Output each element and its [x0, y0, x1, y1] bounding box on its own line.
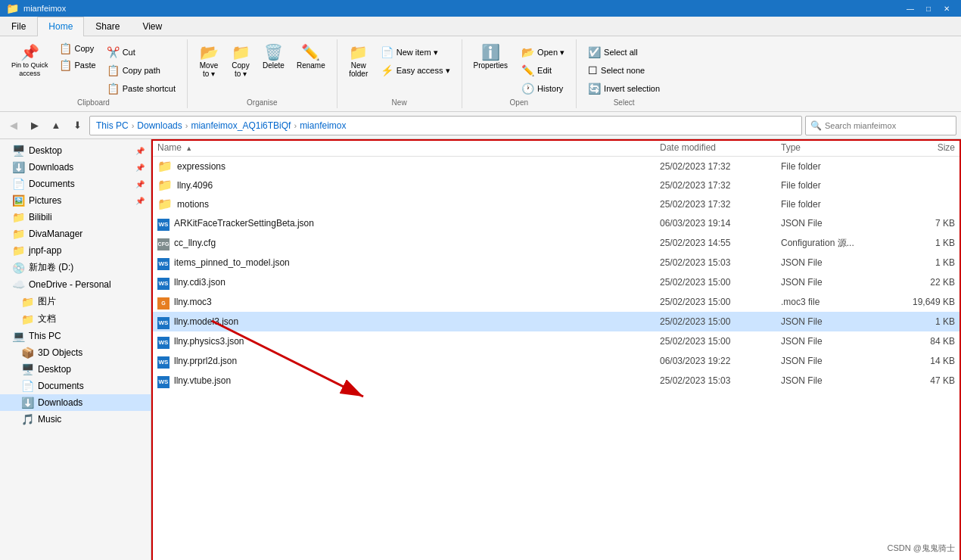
sidebar-item-downloads-2[interactable]: ⬇️ Downloads [0, 394, 151, 411]
recent-locations-button[interactable]: ⬇ [68, 117, 86, 135]
file-size: 1 KB [894, 257, 955, 268]
paste-button[interactable]: 📋 Paste [55, 58, 100, 73]
downloads-icon-1: ⬇️ [12, 161, 24, 173]
tab-share[interactable]: Share [84, 17, 131, 36]
sidebar-item-onedrive[interactable]: ☁️ OneDrive - Personal [0, 276, 151, 293]
history-button[interactable]: 🕐 History [516, 80, 570, 97]
search-box[interactable]: 🔍 [805, 116, 956, 135]
sidebar-item-divamanager[interactable]: 📁 DivaManager [0, 226, 151, 242]
sidebar-item-pictures-cn[interactable]: 📁 图片 [0, 293, 151, 310]
sidebar-item-3d-objects[interactable]: 📦 3D Objects [0, 344, 151, 361]
move-to-button[interactable]: 📂 Moveto ▾ [194, 41, 224, 82]
desktop-icon: 🖥️ [12, 145, 24, 157]
table-row[interactable]: 📁 llny.4096 25/02/2023 17:32 File folder [151, 176, 961, 194]
pictures-cn-icon: 📁 [21, 296, 33, 308]
open-button[interactable]: 📂 Open ▾ [516, 44, 570, 61]
sidebar-item-pictures[interactable]: 🖼️ Pictures 📌 [0, 192, 151, 209]
address-bar[interactable]: This PC › Downloads › mianfeimox_AQ1i6TB… [89, 116, 802, 135]
forward-button[interactable]: ▶ [26, 117, 44, 135]
sidebar-item-desktop[interactable]: 🖥️ Desktop 📌 [0, 142, 151, 159]
copy-to-button[interactable]: 📁 Copyto ▾ [225, 41, 256, 82]
json-icon: WS [157, 314, 169, 329]
delete-button[interactable]: 🗑️ Delete [257, 41, 290, 73]
table-row[interactable]: WS llny.prprl2d.json 06/03/2023 19:22 JS… [151, 351, 961, 371]
sidebar-item-music[interactable]: 🎵 Music [0, 411, 151, 428]
address-part-1[interactable]: This PC [96, 120, 129, 131]
tab-view[interactable]: View [131, 17, 173, 36]
file-size: 22 KB [894, 277, 955, 288]
up-button[interactable]: ▲ [47, 117, 65, 135]
sidebar-item-bilibili[interactable]: 📁 Bilibili [0, 209, 151, 226]
sidebar-item-documents-2[interactable]: 📄 Documents [0, 378, 151, 394]
cut-button[interactable]: ✂️ Cut [101, 44, 181, 61]
sidebar-item-docs-cn[interactable]: 📁 文档 [0, 310, 151, 328]
file-type: File folder [781, 199, 894, 210]
edit-button[interactable]: ✏️ Edit [516, 62, 570, 79]
ribbon-group-select: ☑️ Select all ☐ Select none 🔄 Invert sel… [577, 39, 671, 108]
file-name: llny.vtube.json [174, 375, 660, 386]
table-row[interactable]: 📁 motions 25/02/2023 17:32 File folder [151, 194, 961, 213]
sidebar-item-d-drive[interactable]: 💿 新加卷 (D:) [0, 259, 151, 276]
invert-selection-button[interactable]: 🔄 Invert selection [583, 80, 665, 97]
close-button[interactable]: ✕ [938, 2, 955, 15]
sidebar-label-downloads-1: Downloads [29, 162, 73, 173]
table-row[interactable]: WS llny.physics3.json 25/02/2023 15:00 J… [151, 331, 961, 351]
address-part-4[interactable]: mianfeimox [300, 120, 346, 131]
properties-button[interactable]: ℹ️ Properties [468, 41, 514, 73]
rename-icon: ✏️ [301, 45, 320, 60]
address-part-2[interactable]: Downloads [137, 120, 182, 131]
sidebar-item-documents-1[interactable]: 📄 Documents 📌 [0, 176, 151, 192]
col-name-header[interactable]: Name ▲ [157, 142, 660, 153]
file-size: 47 KB [894, 375, 955, 386]
minimize-button[interactable]: — [902, 2, 919, 15]
main-layout: 🖥️ Desktop 📌 ⬇️ Downloads 📌 📄 Documents … [0, 139, 961, 560]
maximize-button[interactable]: □ [920, 2, 937, 15]
table-row[interactable]: WS llny.model3.json 25/02/2023 15:00 JSO… [151, 312, 961, 331]
new-item-icon: 📄 [381, 46, 393, 58]
table-row[interactable]: WS items_pinned_to_model.json 25/02/2023… [151, 253, 961, 272]
copy-button[interactable]: 📋 Copy [55, 41, 100, 56]
paste-shortcut-button[interactable]: 📋 Paste shortcut [101, 80, 181, 97]
address-part-3[interactable]: mianfeimox_AQ1i6TBiQf [191, 120, 291, 131]
tab-home[interactable]: Home [37, 17, 84, 36]
new-folder-button[interactable]: 📁 Newfolder [344, 41, 374, 82]
table-row[interactable]: WS ARKitFaceTrackerSettingBeta.json 06/0… [151, 213, 961, 233]
sidebar-item-desktop-2[interactable]: 🖥️ Desktop [0, 361, 151, 378]
file-size: 19,649 KB [894, 297, 955, 307]
table-row[interactable]: 📁 expressions 25/02/2023 17:32 File fold… [151, 157, 961, 176]
copy-to-label: Copyto ▾ [232, 61, 249, 78]
table-row[interactable]: G llny.moc3 25/02/2023 15:00 .moc3 file … [151, 292, 961, 312]
col-size-header[interactable]: Size [894, 142, 955, 153]
file-list: 📁 expressions 25/02/2023 17:32 File fold… [151, 157, 961, 390]
rename-button[interactable]: ✏️ Rename [291, 41, 331, 73]
new-folder-label: Newfolder [349, 61, 368, 78]
music-icon: 🎵 [21, 413, 33, 425]
cfg-icon: CFG [157, 235, 169, 250]
easy-access-button[interactable]: ⚡ Easy access ▾ [375, 62, 456, 79]
table-row[interactable]: WS llny.vtube.json 25/02/2023 15:03 JSON… [151, 371, 961, 390]
sidebar-label-desktop-2: Desktop [38, 364, 71, 375]
sidebar-item-jnpf[interactable]: 📁 jnpf-app [0, 242, 151, 259]
tab-file[interactable]: File [0, 17, 37, 36]
col-name-label: Name [157, 142, 182, 153]
back-button[interactable]: ◀ [5, 117, 23, 135]
table-row[interactable]: CFG cc_llny.cfg 25/02/2023 14:55 Configu… [151, 233, 961, 253]
select-all-button[interactable]: ☑️ Select all [583, 44, 665, 61]
search-input[interactable] [825, 121, 951, 130]
select-group-label: Select [614, 97, 635, 107]
new-item-button[interactable]: 📄 New item ▾ [375, 44, 456, 61]
col-type-header[interactable]: Type [781, 142, 894, 153]
copy-path-button[interactable]: 📋 Copy path [101, 62, 181, 79]
window-title: mianfeimox [23, 4, 66, 13]
sidebar-item-this-pc[interactable]: 💻 This PC [0, 328, 151, 344]
table-row[interactable]: WS llny.cdi3.json 25/02/2023 15:00 JSON … [151, 272, 961, 292]
select-none-button[interactable]: ☐ Select none [583, 62, 665, 79]
new-group-label: New [392, 97, 407, 107]
copy-to-icon: 📁 [232, 45, 250, 60]
file-type: JSON File [781, 277, 894, 288]
paste-label: Paste [75, 61, 96, 70]
sidebar-item-downloads-1[interactable]: ⬇️ Downloads 📌 [0, 159, 151, 176]
pin-to-quick-access-button[interactable]: 📌 Pin to Quickaccess [6, 41, 54, 82]
col-modified-header[interactable]: Date modified [660, 142, 781, 153]
col-size-label: Size [938, 142, 955, 153]
